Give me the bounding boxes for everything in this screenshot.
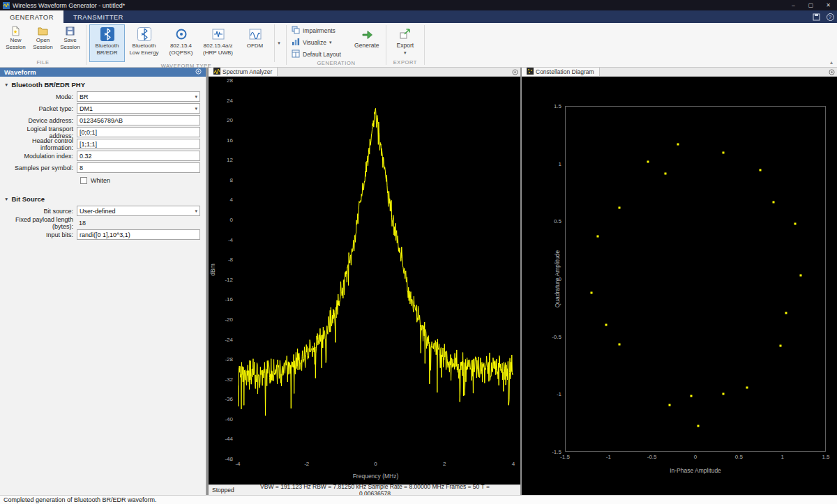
bluetooth-br-edr-icon (90, 27, 124, 41)
phy-section-header[interactable]: ▼ Bluetooth BR/EDR PHY (0, 77, 206, 90)
spectrum-x-axis-title: Frequency (MHz) (238, 473, 513, 480)
open-session-icon (30, 26, 56, 36)
waveform-bluetooth-bredr-button[interactable]: Bluetooth BR/EDR (89, 24, 125, 62)
waveform-panel-title: Waveform (4, 68, 36, 76)
section-file: New Session Open Session Save Session FI… (0, 23, 86, 67)
device-address-label: Device address: (1, 117, 77, 124)
waveform-802154az-uwb-button[interactable]: 802.15.4a/z (HRP UWB) (200, 24, 236, 62)
section-label-file: FILE (0, 59, 86, 67)
bit-source-select[interactable]: User-defined▾ (77, 206, 200, 216)
waveform-bluetooth-le-label: Bluetooth Low Energy (127, 43, 161, 56)
waveform-bluetooth-bredr-label: Bluetooth BR/EDR (90, 43, 124, 56)
visualize-button[interactable]: Visualize ▾ (289, 37, 343, 47)
close-button[interactable]: ✕ (820, 0, 837, 10)
panel-options-icon[interactable] (195, 68, 202, 76)
header-control-information-input[interactable] (77, 139, 200, 149)
chevron-down-icon: ▾ (195, 106, 197, 112)
tab-generator[interactable]: GENERATOR (0, 10, 63, 23)
save-session-label: Save Session (57, 37, 83, 50)
save-session-button[interactable]: Save Session (57, 24, 83, 50)
export-icon (389, 26, 421, 40)
chevron-down-icon: ▾ (329, 40, 332, 45)
spectrum-run-status: Stopped (209, 487, 257, 494)
generate-button[interactable]: Generate (351, 24, 383, 49)
open-session-button[interactable]: Open Session (30, 24, 56, 50)
waveform-panel-header: Waveform (0, 68, 206, 77)
waveform-ofdm-label: OFDM (238, 43, 272, 49)
modulation-index-label: Modulation index: (1, 153, 77, 160)
tab-transmitter[interactable]: TRANSMITTER (63, 10, 133, 23)
section-export: Export ▾ EXPORT (386, 23, 424, 67)
collapse-toolstrip-icon[interactable]: ▴ (830, 59, 833, 66)
packet-type-select[interactable]: DM1▾ (77, 103, 200, 114)
constellation-panel: Constellation Diagram Quadrature Amplitu… (522, 68, 837, 495)
constellation-plot-area: Quadrature Amplitude 1.510.50-0.5-1-1.5 … (522, 77, 837, 495)
title-bar: Wireless Waveform Generator - untitled* … (0, 0, 837, 10)
fixed-payload-length-value: 18 (77, 220, 86, 227)
constellation-diagram-tab[interactable]: Constellation Diagram (522, 68, 600, 76)
oqpsk-icon (164, 27, 198, 41)
chevron-down-icon: ▾ (195, 208, 197, 214)
bit-source-label: Bit source: (1, 208, 77, 215)
input-bits-label: Input bits: (1, 231, 77, 238)
fixed-payload-length-label: Fixed payload length (bytes): (1, 216, 77, 230)
spectrum-analyzer-tab[interactable]: Spectrum Analyzer (209, 68, 278, 76)
default-layout-button[interactable]: Default Layout (289, 49, 343, 59)
header-control-information-label: Header control information: (1, 137, 77, 151)
samples-per-symbol-input[interactable] (77, 162, 200, 173)
visualize-icon (292, 38, 300, 47)
waveform-gallery-expand-button[interactable]: ▾ (274, 24, 283, 62)
toolstrip: New Session Open Session Save Session FI… (0, 23, 837, 68)
collapse-triangle-icon: ▼ (4, 82, 8, 87)
impairments-label: Impairments (303, 27, 335, 34)
section-label-export: EXPORT (386, 59, 424, 67)
save-session-icon (57, 26, 83, 36)
collapse-triangle-icon: ▼ (4, 197, 8, 201)
minimize-button[interactable]: – (785, 0, 802, 10)
spectrum-tab-icon (213, 68, 220, 76)
toolstrip-tab-row: GENERATOR TRANSMITTER ? (0, 10, 837, 23)
impairments-button[interactable]: Impairments (289, 25, 343, 36)
export-label: Export (389, 42, 421, 49)
modulation-index-input[interactable] (77, 151, 200, 161)
constellation-y-tick-labels: Quadrature Amplitude 1.510.50-0.5-1-1.5 (537, 106, 564, 452)
phy-section-title: Bluetooth BR/EDR PHY (11, 81, 85, 89)
status-message: Completed generation of Bluetooth BR/EDR… (3, 496, 157, 503)
mode-select[interactable]: BR▾ (77, 91, 200, 102)
window-title: Wireless Waveform Generator - untitled* (13, 2, 125, 9)
panel-options-icon[interactable] (509, 68, 520, 76)
generate-label: Generate (351, 42, 383, 49)
export-button[interactable]: Export ▾ (389, 24, 421, 56)
constellation-x-tick-labels: -1.5-1-0.500.511.5 (565, 454, 826, 461)
hrp-uwb-icon (201, 27, 235, 41)
spectrum-analyzer-panel: Spectrum Analyzer dBm 2824201612840-4-8-… (209, 68, 520, 495)
chevron-down-icon: ▾ (195, 94, 197, 100)
waveform-bluetooth-le-button[interactable]: Bluetooth Low Energy (126, 24, 162, 62)
logical-transport-address-input[interactable] (77, 127, 200, 137)
help-icon[interactable]: ? (823, 10, 837, 23)
ofdm-icon (238, 27, 272, 41)
constellation-x-axis-title: In-Phase Amplitude (565, 467, 826, 474)
new-session-icon (3, 26, 29, 36)
new-session-label: New Session (3, 37, 29, 50)
visualize-label: Visualize (303, 39, 326, 46)
constellation-tab-icon (527, 68, 534, 76)
waveform-802154az-uwb-label: 802.15.4a/z (HRP UWB) (201, 43, 235, 56)
whiten-checkbox[interactable] (80, 177, 87, 184)
input-bits-input[interactable] (77, 229, 200, 240)
device-address-input[interactable] (77, 115, 200, 125)
open-session-label: Open Session (30, 37, 56, 50)
chevron-down-icon: ▾ (278, 40, 280, 46)
waveform-802154-oqpsk-button[interactable]: 802.15.4 (OQPSK) (163, 24, 199, 62)
new-session-button[interactable]: New Session (3, 24, 29, 50)
waveform-ofdm-button[interactable]: OFDM (237, 24, 273, 62)
impairments-icon (292, 26, 300, 36)
spectrum-status-bar: Stopped VBW = 191.123 Hz RBW = 7.81250 k… (209, 484, 520, 495)
quick-save-icon[interactable] (809, 10, 823, 23)
bit-source-section-header[interactable]: ▼ Bit Source (0, 185, 206, 204)
spectrum-plot-area: dBm 2824201612840-4-8-12-16-20-24-28-32-… (209, 77, 520, 484)
maximize-button[interactable]: ▢ (802, 0, 820, 10)
bit-source-section-title: Bit Source (11, 195, 45, 203)
panel-options-icon[interactable] (826, 68, 837, 76)
spectrum-y-axis-title: dBm (209, 259, 216, 280)
